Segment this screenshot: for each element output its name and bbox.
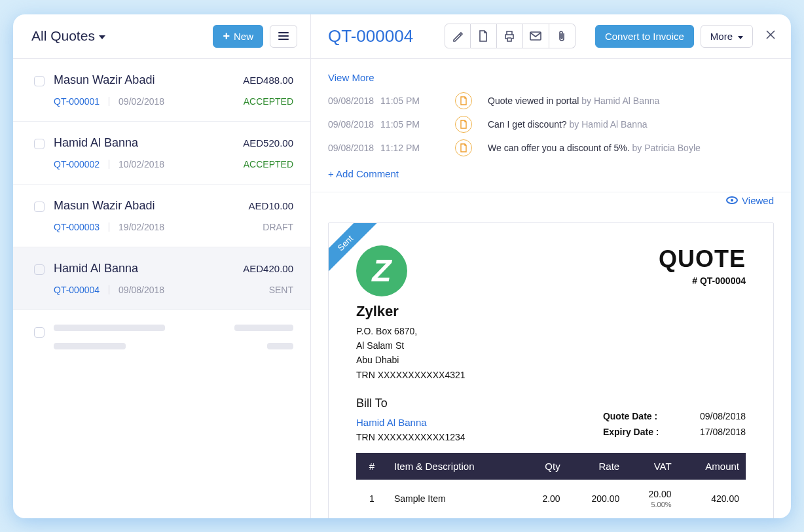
- activity-note-icon: [455, 92, 472, 109]
- file-pdf-icon: [478, 30, 488, 42]
- left-panel: All Quotes + New Masun Wazir Abadi: [13, 14, 311, 518]
- add-comment-link[interactable]: + Add Comment: [328, 168, 399, 179]
- activity-note-icon: [455, 116, 472, 133]
- activity-date: 09/08/2018: [328, 119, 374, 130]
- quote-status: SENT: [269, 285, 293, 295]
- activity-time: 11:05 PM: [380, 96, 420, 106]
- quote-date: 10/02/2018: [119, 159, 164, 169]
- convert-to-invoice-button[interactable]: Convert to Invoice: [595, 25, 694, 48]
- quote-list-item[interactable]: Masun Wazir Abadi AED10.00 QT-000003 19/…: [13, 185, 310, 247]
- company-logo: Z: [356, 245, 407, 296]
- col-amount: Amount: [678, 453, 746, 480]
- bill-to-label: Bill To: [356, 397, 466, 410]
- note-icon: [460, 96, 467, 105]
- note-icon: [460, 143, 467, 152]
- note-icon: [460, 120, 467, 129]
- company-block: Z Zylker P.O. Box 6870, Al Salam St Abu …: [356, 245, 466, 383]
- row-checkbox[interactable]: [34, 264, 45, 275]
- quote-status: DRAFT: [263, 222, 293, 232]
- activity-note-icon: [455, 139, 472, 156]
- quote-list-item[interactable]: Hamid Al Banna AED420.00 QT-000004 09/08…: [13, 247, 310, 310]
- cell-rate: 200.00: [567, 480, 627, 518]
- quote-amount: AED488.00: [243, 75, 293, 86]
- edit-button[interactable]: [445, 24, 471, 48]
- quote-list-item[interactable]: Masun Wazir Abadi AED488.00 QT-000001 09…: [13, 59, 310, 122]
- document-preview-area: Viewed Sent Z Zylker P.O. Box 6870, Al S…: [311, 192, 791, 518]
- quote-id: QT-000003: [54, 222, 100, 232]
- quote-amount: AED10.00: [249, 200, 293, 211]
- activity-text: Quote viewed in portal: [488, 96, 579, 106]
- right-panel: QT-000004 Con: [311, 14, 791, 518]
- caret-down-icon: [99, 35, 105, 39]
- document-number: # QT-000004: [659, 275, 746, 286]
- col-item: Item & Description: [388, 453, 522, 480]
- quote-list-item-skeleton: [13, 310, 310, 364]
- printer-icon: [503, 30, 515, 42]
- meta-separator: [109, 160, 109, 169]
- quote-date: 09/08/2018: [119, 285, 164, 295]
- cell-vat: 20.00 5.00%: [626, 480, 678, 518]
- view-more-link[interactable]: View More: [328, 72, 375, 83]
- row-checkbox[interactable]: [34, 139, 45, 149]
- more-label: More: [710, 31, 733, 42]
- quote-amount: AED420.00: [243, 263, 293, 274]
- company-trn: TRN XXXXXXXXXXX4321: [356, 368, 466, 382]
- activity-row: 09/08/2018 11:12 PM We can offer you a d…: [328, 139, 774, 156]
- attach-button[interactable]: [549, 24, 576, 48]
- company-addr-line: Abu Dhabi: [356, 353, 466, 367]
- viewed-label: Viewed: [742, 195, 774, 206]
- more-dropdown-button[interactable]: More: [701, 25, 753, 48]
- quote-detail-title: QT-000004: [328, 26, 413, 46]
- skeleton-bar: [267, 343, 293, 349]
- bill-to-trn: TRN XXXXXXXXXXX1234: [356, 432, 466, 442]
- row-checkbox[interactable]: [34, 202, 45, 212]
- row-checkbox: [34, 327, 45, 338]
- quote-customer-name: Masun Wazir Abadi: [54, 73, 155, 87]
- quote-customer-name: Hamid Al Banna: [54, 136, 138, 150]
- plus-icon: +: [223, 31, 230, 41]
- quote-list-item[interactable]: Hamid Al Banna AED520.00 QT-000002 10/02…: [13, 122, 310, 185]
- quote-title-block: QUOTE # QT-000004: [659, 245, 746, 286]
- activity-date: 09/08/2018: [328, 143, 374, 153]
- right-header: QT-000004 Con: [311, 14, 791, 59]
- cell-num: 1: [356, 480, 388, 518]
- hamburger-icon: [278, 32, 289, 40]
- activity-by: by Hamid Al Banna: [581, 96, 659, 106]
- bill-to-name[interactable]: Hamid Al Banna: [356, 417, 466, 428]
- cell-vat-pct: 5.00%: [632, 501, 671, 508]
- activity-time: 11:05 PM: [380, 119, 420, 130]
- activity-by: by Patricia Boyle: [632, 143, 701, 153]
- print-button[interactable]: [497, 24, 523, 48]
- col-vat: VAT: [626, 453, 678, 480]
- quote-status: ACCEPTED: [244, 96, 293, 107]
- cell-amount: 420.00: [678, 480, 746, 518]
- activity-row: 09/08/2018 11:05 PM Quote viewed in port…: [328, 92, 774, 109]
- pencil-icon: [452, 30, 464, 42]
- company-addr-line: P.O. Box 6870,: [356, 324, 466, 338]
- list-menu-button[interactable]: [270, 25, 297, 48]
- quote-id: QT-000004: [54, 285, 100, 295]
- eye-icon: [726, 196, 738, 204]
- activity-section: View More 09/08/2018 11:05 PM Quote view…: [311, 59, 791, 192]
- close-detail-button[interactable]: [765, 27, 777, 44]
- quote-date: 19/02/2018: [119, 222, 164, 232]
- col-num: #: [356, 453, 388, 480]
- quote-status: ACCEPTED: [244, 159, 293, 169]
- quote-id: QT-000002: [54, 159, 100, 169]
- quotes-filter-dropdown[interactable]: All Quotes: [31, 28, 105, 44]
- email-button[interactable]: [523, 24, 549, 48]
- pdf-button[interactable]: [471, 24, 497, 48]
- row-checkbox[interactable]: [34, 76, 45, 86]
- detail-toolbar: [445, 24, 576, 48]
- col-qty: Qty: [522, 453, 567, 480]
- line-item-row: 1 Sample Item 2.00 200.00 20.00 5.00% 42…: [356, 480, 746, 518]
- bill-to-block: Bill To Hamid Al Banna TRN XXXXXXXXXXX12…: [356, 397, 466, 442]
- company-name: Zylker: [356, 303, 466, 320]
- quote-amount: AED520.00: [243, 137, 293, 149]
- new-quote-label: New: [234, 31, 253, 42]
- new-quote-button[interactable]: + New: [213, 25, 263, 48]
- mail-icon: [530, 31, 541, 41]
- cell-qty: 2.00: [522, 480, 567, 518]
- expiry-date-value: 17/08/2018: [700, 427, 746, 437]
- activity-row: 09/08/2018 11:05 PM Can I get discount? …: [328, 116, 774, 133]
